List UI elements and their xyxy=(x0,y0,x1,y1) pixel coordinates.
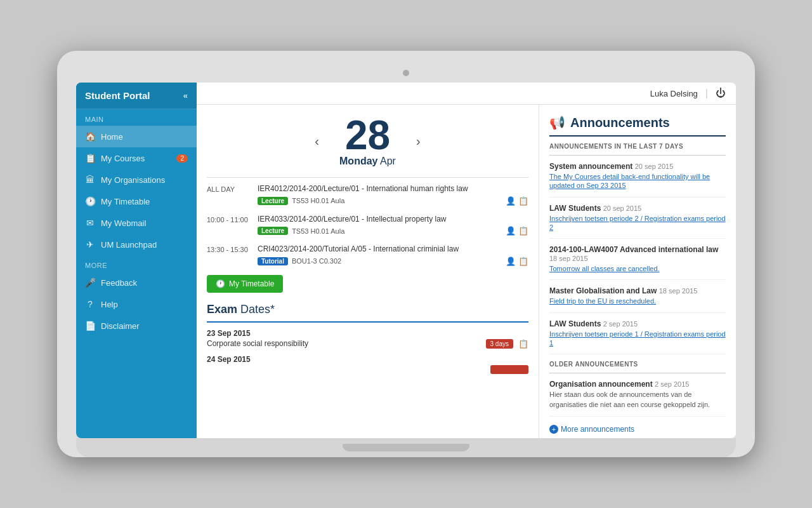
ann-older-divider xyxy=(549,373,726,373)
my-timetable-button[interactable]: 🕐 My Timetable xyxy=(207,275,283,293)
schedule-meta: Lecture TS53 H0.01 Aula 👤 📋 xyxy=(258,226,528,236)
help-icon: ? xyxy=(85,299,95,309)
schedule-details: IER4012/2014-200/Lecture/01 - Internatio… xyxy=(258,184,528,206)
ann-item-header: LAW Students 20 sep 2015 xyxy=(549,204,726,213)
sidebar-item-disclaimer[interactable]: 📄 Disclaimer xyxy=(76,315,197,337)
ann-link[interactable]: Inschrijven toetsen periode 2 / Registra… xyxy=(549,214,726,232)
date-display: 28 Monday Apr xyxy=(339,115,396,167)
sidebar-item-um-launchpad-label: UM Launchpad xyxy=(101,240,157,250)
exam-entry: 23 Sep 2015 Corporate social responsibil… xyxy=(207,329,528,349)
organisations-icon: 🏛 xyxy=(85,175,95,185)
schedule-time: 13:30 - 15:30 xyxy=(207,244,250,253)
power-button[interactable]: ⏻ xyxy=(716,88,726,99)
schedule-details: CRI4023/2014-200/Tutorial A/05 - Interna… xyxy=(258,244,528,266)
schedule-location: TS53 H0.01 Aula xyxy=(292,197,344,204)
exam-divider xyxy=(207,321,528,323)
more-announcements-link[interactable]: More announcements xyxy=(549,425,634,434)
month-name: Apr xyxy=(380,156,396,166)
sidebar-item-help[interactable]: ? Help xyxy=(76,293,197,315)
more-announcements-label: More announcements xyxy=(561,425,634,434)
exam-name-row xyxy=(207,365,528,374)
lecture-badge: Lecture xyxy=(258,227,288,235)
person-icon[interactable]: 👤 xyxy=(506,226,516,236)
timetable-btn-label: My Timetable xyxy=(229,279,274,288)
schedule-time: 10:00 - 11:00 xyxy=(207,215,250,224)
schedule-panel: ‹ 28 Monday Apr › xyxy=(197,105,539,438)
ann-item-header: Organisation announcement 2 sep 2015 xyxy=(549,380,726,389)
laptop-base-notch xyxy=(343,444,469,451)
ann-link[interactable]: Inschrijven toetsen periode 1 / Registra… xyxy=(549,330,726,348)
ann-recent-divider xyxy=(549,155,726,156)
exam-title-normal: Dates* xyxy=(240,303,275,316)
prev-date-button[interactable]: ‹ xyxy=(310,131,324,151)
schedule-meta: Tutorial BOU1-3 C0.302 👤 📋 xyxy=(258,257,528,266)
sidebar-item-my-timetable[interactable]: 🕐 My Timetable xyxy=(76,190,197,212)
home-icon: 🏠 xyxy=(85,131,95,142)
exam-days-badge: 3 days xyxy=(486,339,513,349)
sidebar-item-my-webmail-label: My Webmail xyxy=(101,218,146,228)
person-icon[interactable]: 👤 xyxy=(506,257,516,266)
ann-source: 2014-100-LAW4007 Advanced international … xyxy=(549,245,718,254)
announcements-divider xyxy=(549,135,726,137)
sidebar-item-my-organisations-label: My Organisations xyxy=(101,175,165,185)
info-icon[interactable]: 📋 xyxy=(518,257,528,266)
ann-item-older: Organisation announcement 2 sep 2015 Hie… xyxy=(549,380,726,417)
exam-name: Corporate social responsibility xyxy=(207,339,481,348)
top-bar: Luka Delsing | ⏻ xyxy=(197,83,736,105)
ann-date: 18 sep 2015 xyxy=(549,255,588,262)
exam-section-title: Exam Dates* xyxy=(207,303,528,316)
ann-source: System announcement xyxy=(549,162,632,171)
ann-older-section-label: OLDER ANNOUNCEMENTS xyxy=(549,361,726,368)
sidebar-item-home[interactable]: 🏠 Home xyxy=(76,126,197,147)
ann-item-header: System announcement 20 sep 2015 xyxy=(549,162,726,171)
ann-link[interactable]: Tomorrow all classes are cancelled. xyxy=(549,264,726,273)
disclaimer-icon: 📄 xyxy=(85,321,95,331)
ann-date: 2 sep 2015 xyxy=(603,320,638,328)
next-date-button[interactable]: › xyxy=(411,131,426,151)
ann-source: Organisation announcement xyxy=(549,380,653,389)
timetable-icon: 🕐 xyxy=(85,196,95,206)
schedule-location: TS53 H0.01 Aula xyxy=(292,227,344,235)
courses-icon: 📋 xyxy=(85,153,95,163)
ann-date: 20 sep 2015 xyxy=(603,204,642,212)
sidebar-header: Student Portal « xyxy=(76,83,197,109)
schedule-entry: ALL DAY IER4012/2014-200/Lecture/01 - In… xyxy=(207,184,528,206)
ann-link[interactable]: Field trip to the EU is rescheduled. xyxy=(549,297,726,305)
schedule-meta: Lecture TS53 H0.01 Aula 👤 📋 xyxy=(258,196,528,206)
info-icon[interactable]: 📋 xyxy=(518,226,528,236)
sidebar-item-my-courses[interactable]: 📋 My Courses 2 xyxy=(76,147,197,169)
sidebar-collapse-button[interactable]: « xyxy=(183,91,188,100)
exam-info-icon[interactable]: 📋 xyxy=(518,339,528,349)
schedule-title: IER4012/2014-200/Lecture/01 - Internatio… xyxy=(258,184,528,194)
clock-icon: 🕐 xyxy=(216,279,225,288)
sidebar-item-feedback[interactable]: 🎤 Feedback xyxy=(76,272,197,293)
sidebar-item-my-organisations[interactable]: 🏛 My Organisations xyxy=(76,169,197,190)
main-content: Luka Delsing | ⏻ ‹ 28 Mo xyxy=(197,83,736,438)
announcements-title: 📢 Announcements xyxy=(549,115,726,130)
ann-date: 20 sep 2015 xyxy=(635,163,674,170)
person-icon[interactable]: 👤 xyxy=(506,196,516,206)
sidebar-item-disclaimer-label: Disclaimer xyxy=(101,321,140,331)
ann-source: LAW Students xyxy=(549,204,601,213)
sidebar-item-help-label: Help xyxy=(101,300,118,309)
top-bar-username: Luka Delsing xyxy=(650,89,698,98)
date-navigation: ‹ 28 Monday Apr › xyxy=(207,115,528,167)
launchpad-icon: ✈ xyxy=(85,239,95,250)
announcements-label: Announcements xyxy=(570,116,670,130)
sidebar-item-my-webmail[interactable]: ✉ My Webmail xyxy=(76,212,197,234)
sidebar-item-um-launchpad[interactable]: ✈ UM Launchpad xyxy=(76,234,197,255)
exam-entry: 24 Sep 2015 xyxy=(207,355,528,374)
ann-link[interactable]: The My Courses detail back-end functiona… xyxy=(549,172,726,190)
info-icon[interactable]: 📋 xyxy=(518,196,528,206)
sidebar-item-feedback-label: Feedback xyxy=(101,278,137,288)
sidebar-item-my-timetable-label: My Timetable xyxy=(101,197,150,206)
schedule-divider xyxy=(207,177,528,178)
sidebar-title: Student Portal xyxy=(85,90,150,101)
ann-item: LAW Students 20 sep 2015 Inschrijven toe… xyxy=(549,204,726,239)
ann-item-header: Master Globalisation and Law 18 sep 2015 xyxy=(549,286,726,295)
day-name: Monday xyxy=(339,156,377,166)
date-label: Monday Apr xyxy=(339,156,396,167)
ann-date: 2 sep 2015 xyxy=(655,380,689,388)
schedule-details: IER4033/2014-200/Lecture/01 - Intellectu… xyxy=(258,215,528,236)
schedule-action-icons: 👤 📋 xyxy=(506,257,528,266)
